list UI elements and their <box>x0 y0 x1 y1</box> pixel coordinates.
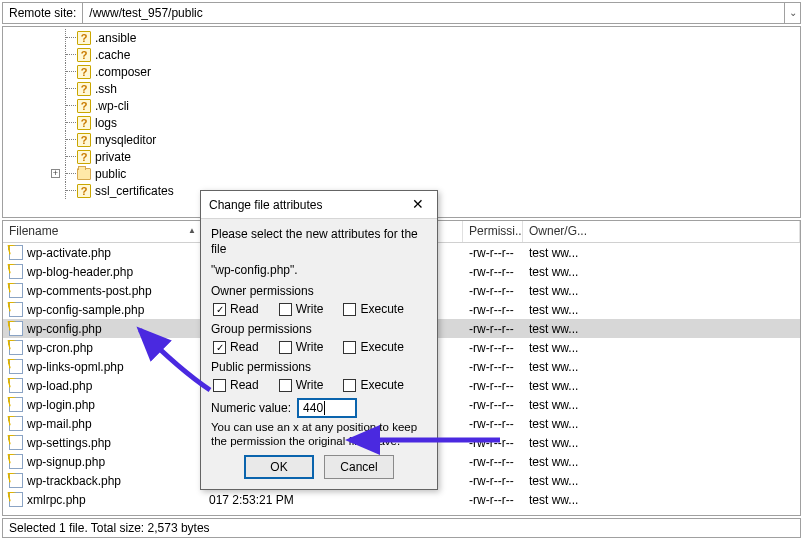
dialog-titlebar[interactable]: Change file attributes ✕ <box>201 191 437 219</box>
tree-item[interactable]: +public <box>7 165 800 182</box>
filename: wp-config-sample.php <box>27 303 144 317</box>
cell-permissions: -rw-r--r-- <box>463 360 523 374</box>
remote-path-field[interactable]: /www/test_957/public <box>82 3 784 23</box>
tree-item-label: .composer <box>95 65 151 79</box>
php-file-icon <box>9 473 23 488</box>
unknown-folder-icon: ? <box>77 184 91 198</box>
col-permissions[interactable]: Permissi... <box>463 221 523 242</box>
tree-item[interactable]: ?private <box>7 148 800 165</box>
tree-item[interactable]: ?.wp-cli <box>7 97 800 114</box>
tree-item-label: .wp-cli <box>95 99 129 113</box>
remote-path-text: /www/test_957/public <box>89 6 202 20</box>
tree-item[interactable]: ?.ansible <box>7 29 800 46</box>
unknown-folder-icon: ? <box>77 99 91 113</box>
group-write-checkbox[interactable]: Write <box>279 340 324 354</box>
filename: wp-blog-header.php <box>27 265 133 279</box>
table-row[interactable]: xmlrpc.php017 2:53:21 PM-rw-r--r--test w… <box>3 490 800 509</box>
cell-owner: test ww... <box>523 455 800 469</box>
php-file-icon <box>9 435 23 450</box>
cell-permissions: -rw-r--r-- <box>463 417 523 431</box>
cell-owner: test ww... <box>523 398 800 412</box>
cell-permissions: -rw-r--r-- <box>463 246 523 260</box>
filename: wp-trackback.php <box>27 474 121 488</box>
filename: wp-settings.php <box>27 436 111 450</box>
cell-permissions: -rw-r--r-- <box>463 436 523 450</box>
cell-permissions: -rw-r--r-- <box>463 284 523 298</box>
cell-permissions: -rw-r--r-- <box>463 455 523 469</box>
php-file-icon <box>9 416 23 431</box>
ok-button[interactable]: OK <box>244 455 314 479</box>
numeric-value-field[interactable]: 440 <box>297 398 357 418</box>
php-file-icon <box>9 454 23 469</box>
filename: xmlrpc.php <box>27 493 86 507</box>
remote-path-dropdown[interactable]: ⌄ <box>784 3 800 23</box>
cell-permissions: -rw-r--r-- <box>463 379 523 393</box>
php-file-icon <box>9 245 23 260</box>
filename: wp-activate.php <box>27 246 111 260</box>
owner-group-title: Owner permissions <box>211 284 427 298</box>
public-group-title: Public permissions <box>211 360 427 374</box>
cell-permissions: -rw-r--r-- <box>463 398 523 412</box>
expand-icon[interactable]: + <box>51 169 60 178</box>
tree-item-label: .cache <box>95 48 130 62</box>
filename: wp-links-opml.php <box>27 360 124 374</box>
close-icon[interactable]: ✕ <box>405 195 431 215</box>
sort-asc-icon: ▲ <box>188 226 196 235</box>
php-file-icon <box>9 283 23 298</box>
php-file-icon <box>9 397 23 412</box>
file-attributes-dialog: Change file attributes ✕ Please select t… <box>200 190 438 490</box>
cancel-button[interactable]: Cancel <box>324 455 394 479</box>
cell-owner: test ww... <box>523 493 800 507</box>
cell-owner: test ww... <box>523 436 800 450</box>
public-execute-checkbox[interactable]: Execute <box>343 378 403 392</box>
cell-owner: test ww... <box>523 417 800 431</box>
dialog-intro-1: Please select the new attributes for the… <box>211 227 427 257</box>
col-owner[interactable]: Owner/G... <box>523 221 800 242</box>
php-file-icon <box>9 302 23 317</box>
group-read-checkbox[interactable]: ✓Read <box>213 340 259 354</box>
cell-owner: test ww... <box>523 379 800 393</box>
cell-owner: test ww... <box>523 322 800 336</box>
cell-owner: test ww... <box>523 246 800 260</box>
php-file-icon <box>9 340 23 355</box>
remote-site-label: Remote site: <box>3 6 82 20</box>
tree-item-label: private <box>95 150 131 164</box>
public-write-checkbox[interactable]: Write <box>279 378 324 392</box>
cell-owner: test ww... <box>523 303 800 317</box>
cell-owner: test ww... <box>523 284 800 298</box>
unknown-folder-icon: ? <box>77 31 91 45</box>
status-bar: Selected 1 file. Total size: 2,573 bytes <box>2 518 801 538</box>
owner-permissions-group: Owner permissions ✓Read Write Execute <box>211 284 427 316</box>
php-file-icon <box>9 359 23 374</box>
dialog-intro-2: "wp-config.php". <box>211 263 427 278</box>
filename: wp-config.php <box>27 322 102 336</box>
unknown-folder-icon: ? <box>77 150 91 164</box>
group-permissions-group: Group permissions ✓Read Write Execute <box>211 322 427 354</box>
unknown-folder-icon: ? <box>77 65 91 79</box>
cell-owner: test ww... <box>523 341 800 355</box>
tree-item[interactable]: ?.composer <box>7 63 800 80</box>
cell-owner: test ww... <box>523 474 800 488</box>
owner-read-checkbox[interactable]: ✓Read <box>213 302 259 316</box>
group-group-title: Group permissions <box>211 322 427 336</box>
dialog-title: Change file attributes <box>209 198 322 212</box>
tree-item[interactable]: ?mysqleditor <box>7 131 800 148</box>
owner-execute-checkbox[interactable]: Execute <box>343 302 403 316</box>
unknown-folder-icon: ? <box>77 116 91 130</box>
owner-write-checkbox[interactable]: Write <box>279 302 324 316</box>
public-read-checkbox[interactable]: Read <box>213 378 259 392</box>
cell-permissions: -rw-r--r-- <box>463 474 523 488</box>
cell-permissions: -rw-r--r-- <box>463 322 523 336</box>
group-execute-checkbox[interactable]: Execute <box>343 340 403 354</box>
cell-owner: test ww... <box>523 360 800 374</box>
filename: wp-mail.php <box>27 417 92 431</box>
tree-item[interactable]: ?logs <box>7 114 800 131</box>
tree-item[interactable]: ?.ssh <box>7 80 800 97</box>
col-filename[interactable]: Filename ▲ <box>3 221 203 242</box>
php-file-icon <box>9 378 23 393</box>
php-file-icon <box>9 321 23 336</box>
tree-item[interactable]: ?.cache <box>7 46 800 63</box>
tree-item-label: .ansible <box>95 31 136 45</box>
tree-item-label: ssl_certificates <box>95 184 174 198</box>
cell-permissions: -rw-r--r-- <box>463 303 523 317</box>
